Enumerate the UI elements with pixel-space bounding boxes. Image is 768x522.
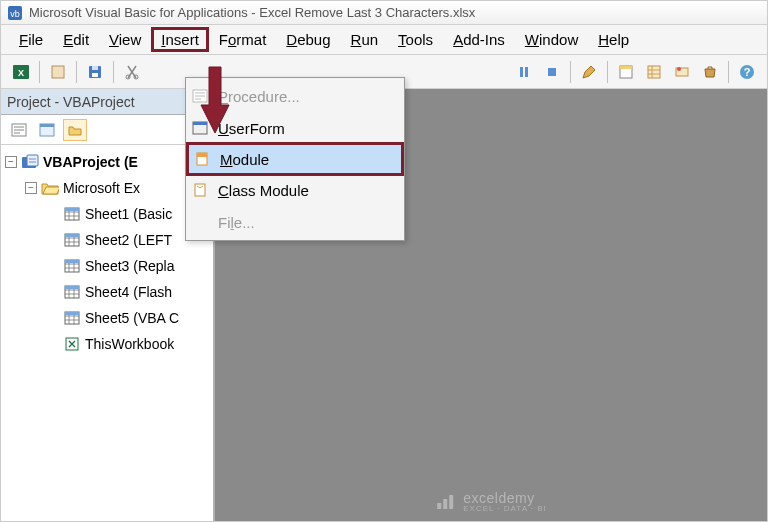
dd-procedure-label: Procedure...: [218, 88, 300, 105]
module-icon: [192, 149, 212, 169]
save-icon[interactable]: [83, 60, 107, 84]
project-pane-toolbar: [1, 115, 213, 145]
menu-tools[interactable]: Tools: [388, 27, 443, 52]
break-icon[interactable]: [512, 60, 536, 84]
watermark-subtext: EXCEL · DATA · BI: [463, 504, 547, 513]
worksheet-icon: [63, 310, 81, 326]
tree-root-label: VBAProject (E: [43, 154, 138, 170]
svg-rect-11: [525, 67, 528, 77]
class-module-icon: [190, 180, 210, 200]
dd-userform[interactable]: UserForm: [186, 112, 404, 144]
svg-rect-43: [443, 499, 447, 509]
dd-module[interactable]: Module: [187, 143, 403, 175]
procedure-icon: [190, 86, 210, 106]
tree-sheet2[interactable]: Sheet2 (LEFT: [3, 227, 211, 253]
menu-edit[interactable]: Edit: [53, 27, 99, 52]
svg-rect-6: [92, 73, 98, 77]
insert-object-icon[interactable]: [46, 60, 70, 84]
workbook-icon: [63, 336, 81, 352]
collapse-icon[interactable]: −: [5, 156, 17, 168]
collapse-icon[interactable]: −: [25, 182, 37, 194]
tree-folder[interactable]: − Microsoft Ex: [3, 175, 211, 201]
tree-item-label: ThisWorkbook: [85, 336, 174, 352]
svg-point-17: [677, 67, 681, 71]
tree-folder-label: Microsoft Ex: [63, 180, 140, 196]
svg-text:vb: vb: [10, 9, 20, 19]
dd-file: File...: [186, 206, 404, 238]
reset-icon[interactable]: [540, 60, 564, 84]
tree-item-label: Sheet2 (LEFT: [85, 232, 172, 248]
vbaproject-icon: [21, 154, 39, 170]
insert-dropdown: Procedure... UserForm Module Class Modul…: [185, 77, 405, 241]
dd-userform-label: UserForm: [218, 120, 285, 137]
cut-icon[interactable]: [120, 60, 144, 84]
design-mode-icon[interactable]: [577, 60, 601, 84]
tree-sheet3[interactable]: Sheet3 (Repla: [3, 253, 211, 279]
excel-view-icon[interactable]: X: [9, 60, 33, 84]
tree-sheet1[interactable]: Sheet1 (Basic: [3, 201, 211, 227]
tree-sheet5[interactable]: Sheet5 (VBA C: [3, 305, 211, 331]
menu-insert[interactable]: Insert: [151, 27, 209, 52]
tree-item-label: Sheet5 (VBA C: [85, 310, 179, 326]
menu-format[interactable]: Format: [209, 27, 277, 52]
userform-icon: [190, 118, 210, 138]
worksheet-icon: [63, 258, 81, 274]
project-pane-title: Project - VBAProject: [1, 89, 213, 115]
svg-rect-25: [195, 184, 205, 196]
svg-text:X: X: [18, 68, 24, 78]
toggle-folders-icon[interactable]: [63, 119, 87, 141]
svg-rect-7: [92, 66, 98, 70]
menu-window[interactable]: Window: [515, 27, 588, 52]
tree-sheet4[interactable]: Sheet4 (Flash: [3, 279, 211, 305]
project-explorer-pane: Project - VBAProject − VBAProject (E − M…: [1, 89, 215, 521]
svg-rect-10: [520, 67, 523, 77]
svg-rect-30: [27, 155, 38, 166]
svg-rect-28: [40, 124, 54, 127]
worksheet-icon: [63, 284, 81, 300]
tree-thisworkbook[interactable]: ThisWorkbook: [3, 331, 211, 357]
menu-bar: File Edit View Insert Format Debug Run T…: [1, 25, 767, 55]
menu-help[interactable]: Help: [588, 27, 639, 52]
menu-run[interactable]: Run: [341, 27, 389, 52]
help-icon[interactable]: ?: [735, 60, 759, 84]
svg-rect-34: [65, 234, 79, 237]
view-code-icon[interactable]: [7, 119, 31, 141]
tree-item-label: Sheet1 (Basic: [85, 206, 172, 222]
folder-open-icon: [41, 180, 59, 196]
svg-rect-24: [197, 153, 207, 157]
object-browser-icon[interactable]: [670, 60, 694, 84]
properties-icon[interactable]: [642, 60, 666, 84]
dd-class-module[interactable]: Class Module: [186, 174, 404, 206]
vba-app-icon: vb: [7, 5, 23, 21]
svg-rect-40: [65, 312, 79, 315]
title-bar: vb Microsoft Visual Basic for Applicatio…: [1, 1, 767, 25]
project-tree[interactable]: − VBAProject (E − Microsoft Ex Sheet1 (B…: [1, 145, 213, 521]
worksheet-icon: [63, 206, 81, 222]
menu-debug[interactable]: Debug: [276, 27, 340, 52]
dd-module-label: Module: [220, 151, 269, 168]
menu-file[interactable]: File: [9, 27, 53, 52]
dd-class-module-label: Class Module: [218, 182, 309, 199]
window-title: Microsoft Visual Basic for Applications …: [29, 5, 475, 20]
menu-view[interactable]: View: [99, 27, 151, 52]
toolbox-icon[interactable]: [698, 60, 722, 84]
watermark: exceldemy EXCEL · DATA · BI: [435, 490, 547, 513]
svg-rect-4: [52, 66, 64, 78]
svg-rect-32: [65, 208, 79, 211]
worksheet-icon: [63, 232, 81, 248]
svg-rect-38: [65, 286, 79, 289]
svg-rect-36: [65, 260, 79, 263]
view-object-icon[interactable]: [35, 119, 59, 141]
svg-rect-42: [437, 503, 441, 509]
project-explorer-icon[interactable]: [614, 60, 638, 84]
svg-rect-14: [620, 66, 632, 69]
svg-rect-44: [449, 495, 453, 509]
dd-procedure: Procedure...: [186, 80, 404, 112]
file-placeholder-icon: [190, 212, 210, 232]
tree-root[interactable]: − VBAProject (E: [3, 149, 211, 175]
dd-file-label: File...: [218, 214, 255, 231]
tree-item-label: Sheet3 (Repla: [85, 258, 175, 274]
watermark-chart-icon: [435, 494, 457, 510]
tree-item-label: Sheet4 (Flash: [85, 284, 172, 300]
menu-addins[interactable]: Add-Ins: [443, 27, 515, 52]
